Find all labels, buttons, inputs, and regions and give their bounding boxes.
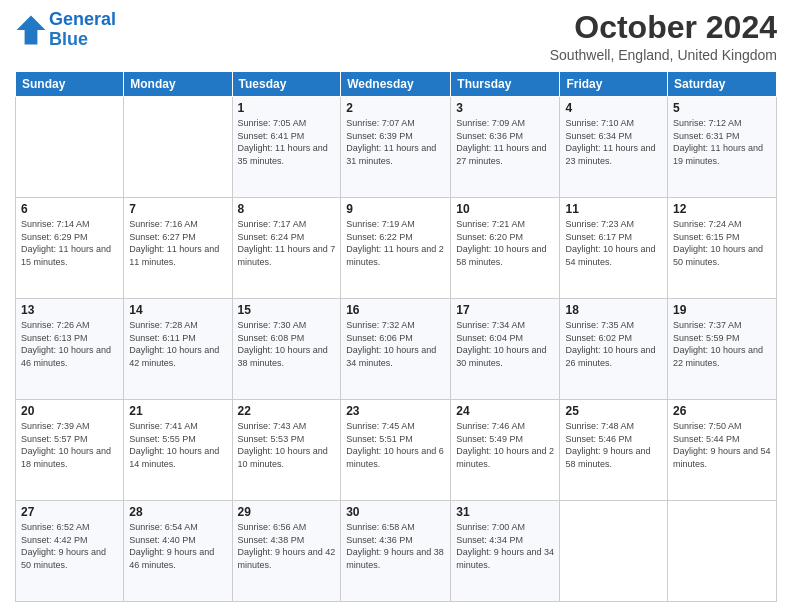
logo: General Blue [15, 10, 116, 50]
weekday-header-tuesday: Tuesday [232, 72, 341, 97]
week-row: 20Sunrise: 7:39 AMSunset: 5:57 PMDayligh… [16, 400, 777, 501]
calendar-cell: 29Sunrise: 6:56 AMSunset: 4:38 PMDayligh… [232, 501, 341, 602]
calendar-cell: 31Sunrise: 7:00 AMSunset: 4:34 PMDayligh… [451, 501, 560, 602]
calendar-body: 1Sunrise: 7:05 AMSunset: 6:41 PMDaylight… [16, 97, 777, 602]
day-number: 3 [456, 101, 554, 115]
header: General Blue October 2024 Southwell, Eng… [15, 10, 777, 63]
day-number: 21 [129, 404, 226, 418]
day-info: Sunrise: 7:26 AMSunset: 6:13 PMDaylight:… [21, 319, 118, 369]
calendar-cell: 18Sunrise: 7:35 AMSunset: 6:02 PMDayligh… [560, 299, 668, 400]
day-number: 19 [673, 303, 771, 317]
calendar-cell: 8Sunrise: 7:17 AMSunset: 6:24 PMDaylight… [232, 198, 341, 299]
day-number: 7 [129, 202, 226, 216]
day-info: Sunrise: 7:16 AMSunset: 6:27 PMDaylight:… [129, 218, 226, 268]
day-number: 26 [673, 404, 771, 418]
day-info: Sunrise: 6:54 AMSunset: 4:40 PMDaylight:… [129, 521, 226, 571]
calendar-cell: 3Sunrise: 7:09 AMSunset: 6:36 PMDaylight… [451, 97, 560, 198]
day-info: Sunrise: 7:30 AMSunset: 6:08 PMDaylight:… [238, 319, 336, 369]
calendar-cell: 11Sunrise: 7:23 AMSunset: 6:17 PMDayligh… [560, 198, 668, 299]
day-info: Sunrise: 7:39 AMSunset: 5:57 PMDaylight:… [21, 420, 118, 470]
weekday-header-sunday: Sunday [16, 72, 124, 97]
calendar-cell: 15Sunrise: 7:30 AMSunset: 6:08 PMDayligh… [232, 299, 341, 400]
calendar-cell: 24Sunrise: 7:46 AMSunset: 5:49 PMDayligh… [451, 400, 560, 501]
weekday-header-wednesday: Wednesday [341, 72, 451, 97]
day-info: Sunrise: 7:48 AMSunset: 5:46 PMDaylight:… [565, 420, 662, 470]
day-info: Sunrise: 7:21 AMSunset: 6:20 PMDaylight:… [456, 218, 554, 268]
calendar-cell: 27Sunrise: 6:52 AMSunset: 4:42 PMDayligh… [16, 501, 124, 602]
calendar-cell: 12Sunrise: 7:24 AMSunset: 6:15 PMDayligh… [668, 198, 777, 299]
weekday-header-saturday: Saturday [668, 72, 777, 97]
calendar-cell: 13Sunrise: 7:26 AMSunset: 6:13 PMDayligh… [16, 299, 124, 400]
day-info: Sunrise: 7:43 AMSunset: 5:53 PMDaylight:… [238, 420, 336, 470]
month-title: October 2024 [550, 10, 777, 45]
calendar-cell: 30Sunrise: 6:58 AMSunset: 4:36 PMDayligh… [341, 501, 451, 602]
day-number: 1 [238, 101, 336, 115]
day-info: Sunrise: 7:37 AMSunset: 5:59 PMDaylight:… [673, 319, 771, 369]
day-info: Sunrise: 7:32 AMSunset: 6:06 PMDaylight:… [346, 319, 445, 369]
day-number: 4 [565, 101, 662, 115]
day-info: Sunrise: 7:45 AMSunset: 5:51 PMDaylight:… [346, 420, 445, 470]
week-row: 1Sunrise: 7:05 AMSunset: 6:41 PMDaylight… [16, 97, 777, 198]
day-number: 16 [346, 303, 445, 317]
day-info: Sunrise: 7:00 AMSunset: 4:34 PMDaylight:… [456, 521, 554, 571]
day-number: 18 [565, 303, 662, 317]
day-info: Sunrise: 6:56 AMSunset: 4:38 PMDaylight:… [238, 521, 336, 571]
day-number: 17 [456, 303, 554, 317]
calendar-cell: 9Sunrise: 7:19 AMSunset: 6:22 PMDaylight… [341, 198, 451, 299]
calendar-cell: 4Sunrise: 7:10 AMSunset: 6:34 PMDaylight… [560, 97, 668, 198]
day-number: 2 [346, 101, 445, 115]
calendar-cell [668, 501, 777, 602]
logo-line2: Blue [49, 29, 88, 49]
logo-icon [15, 14, 47, 46]
day-number: 20 [21, 404, 118, 418]
calendar-cell: 16Sunrise: 7:32 AMSunset: 6:06 PMDayligh… [341, 299, 451, 400]
calendar-cell: 22Sunrise: 7:43 AMSunset: 5:53 PMDayligh… [232, 400, 341, 501]
day-number: 28 [129, 505, 226, 519]
day-info: Sunrise: 7:07 AMSunset: 6:39 PMDaylight:… [346, 117, 445, 167]
day-number: 15 [238, 303, 336, 317]
day-info: Sunrise: 7:10 AMSunset: 6:34 PMDaylight:… [565, 117, 662, 167]
day-info: Sunrise: 7:50 AMSunset: 5:44 PMDaylight:… [673, 420, 771, 470]
day-number: 30 [346, 505, 445, 519]
day-number: 29 [238, 505, 336, 519]
calendar-header: SundayMondayTuesdayWednesdayThursdayFrid… [16, 72, 777, 97]
calendar-cell: 2Sunrise: 7:07 AMSunset: 6:39 PMDaylight… [341, 97, 451, 198]
calendar-cell: 23Sunrise: 7:45 AMSunset: 5:51 PMDayligh… [341, 400, 451, 501]
weekday-header-monday: Monday [124, 72, 232, 97]
day-number: 10 [456, 202, 554, 216]
day-number: 27 [21, 505, 118, 519]
day-number: 6 [21, 202, 118, 216]
day-number: 5 [673, 101, 771, 115]
calendar-cell: 21Sunrise: 7:41 AMSunset: 5:55 PMDayligh… [124, 400, 232, 501]
day-info: Sunrise: 7:41 AMSunset: 5:55 PMDaylight:… [129, 420, 226, 470]
day-number: 23 [346, 404, 445, 418]
day-number: 12 [673, 202, 771, 216]
calendar-cell: 28Sunrise: 6:54 AMSunset: 4:40 PMDayligh… [124, 501, 232, 602]
day-info: Sunrise: 7:23 AMSunset: 6:17 PMDaylight:… [565, 218, 662, 268]
calendar-cell [16, 97, 124, 198]
day-info: Sunrise: 7:09 AMSunset: 6:36 PMDaylight:… [456, 117, 554, 167]
logo-line1: General [49, 9, 116, 29]
day-info: Sunrise: 7:46 AMSunset: 5:49 PMDaylight:… [456, 420, 554, 470]
day-info: Sunrise: 7:28 AMSunset: 6:11 PMDaylight:… [129, 319, 226, 369]
calendar-cell [560, 501, 668, 602]
day-number: 31 [456, 505, 554, 519]
day-info: Sunrise: 7:17 AMSunset: 6:24 PMDaylight:… [238, 218, 336, 268]
day-info: Sunrise: 7:24 AMSunset: 6:15 PMDaylight:… [673, 218, 771, 268]
week-row: 27Sunrise: 6:52 AMSunset: 4:42 PMDayligh… [16, 501, 777, 602]
svg-marker-0 [17, 15, 46, 44]
logo-text: General Blue [49, 10, 116, 50]
calendar: SundayMondayTuesdayWednesdayThursdayFrid… [15, 71, 777, 602]
week-row: 6Sunrise: 7:14 AMSunset: 6:29 PMDaylight… [16, 198, 777, 299]
calendar-cell: 1Sunrise: 7:05 AMSunset: 6:41 PMDaylight… [232, 97, 341, 198]
calendar-cell: 5Sunrise: 7:12 AMSunset: 6:31 PMDaylight… [668, 97, 777, 198]
calendar-cell: 14Sunrise: 7:28 AMSunset: 6:11 PMDayligh… [124, 299, 232, 400]
day-number: 8 [238, 202, 336, 216]
day-info: Sunrise: 7:35 AMSunset: 6:02 PMDaylight:… [565, 319, 662, 369]
calendar-cell: 7Sunrise: 7:16 AMSunset: 6:27 PMDaylight… [124, 198, 232, 299]
calendar-cell [124, 97, 232, 198]
calendar-cell: 25Sunrise: 7:48 AMSunset: 5:46 PMDayligh… [560, 400, 668, 501]
weekday-row: SundayMondayTuesdayWednesdayThursdayFrid… [16, 72, 777, 97]
week-row: 13Sunrise: 7:26 AMSunset: 6:13 PMDayligh… [16, 299, 777, 400]
day-number: 11 [565, 202, 662, 216]
